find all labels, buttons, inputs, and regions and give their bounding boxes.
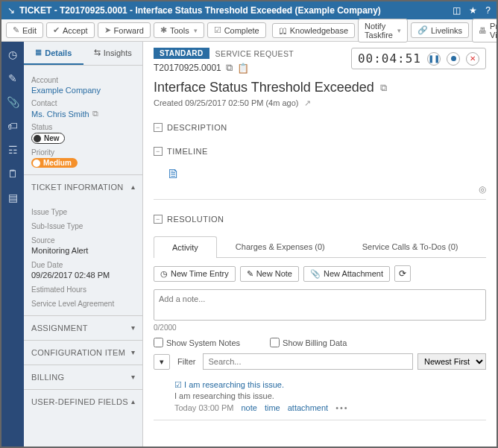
acc-billing[interactable]: BILLING▾ xyxy=(24,365,142,389)
collapse-icon[interactable]: − xyxy=(154,123,163,132)
copy-icon[interactable]: ⧉ xyxy=(92,109,98,119)
livelinks-button[interactable]: 🔗Livelinks xyxy=(411,22,469,38)
complete-button[interactable]: ☑Complete xyxy=(207,22,266,38)
new-attachment-button[interactable]: 📎New Attachment xyxy=(303,266,390,282)
ticket-title: Interface Status Threshold Exceeded ⧉ xyxy=(154,80,486,95)
priority-label: Priority xyxy=(31,148,135,157)
accordion: TICKET INFORMATION▴ Issue Type Sub-Issue… xyxy=(24,174,142,414)
check-icon: ✔ xyxy=(53,25,60,35)
show-system-notes[interactable]: Show System Notes xyxy=(154,338,240,347)
show-billing-data[interactable]: Show Billing Data xyxy=(270,338,347,347)
tab-activity[interactable]: Activity xyxy=(154,236,217,258)
priority-badge-medium[interactable]: Medium xyxy=(31,158,78,168)
collapse-icon[interactable]: − xyxy=(154,215,163,224)
knowledgebase-button[interactable]: 🕮Knowledgebase xyxy=(272,23,355,38)
stop-button[interactable]: ✕ xyxy=(466,52,479,66)
meta-attachment-link[interactable]: attachment xyxy=(288,403,328,412)
notify-label: Notify Taskfire xyxy=(365,22,393,40)
timeline-label: TIMELINE xyxy=(167,147,208,156)
account-value[interactable]: Example Company xyxy=(31,86,101,95)
priority-text: Medium xyxy=(43,159,72,167)
target-icon[interactable]: ◎ xyxy=(479,184,486,195)
new-time-label: New Time Entry xyxy=(171,269,229,278)
rail-billing-icon[interactable]: ☶ xyxy=(6,143,19,157)
chevron-down-icon: ▾ xyxy=(131,373,135,381)
billing-data-checkbox[interactable] xyxy=(270,338,280,347)
title-actions: ◫ ★ ? xyxy=(447,5,491,16)
sys-notes-label: Show System Notes xyxy=(166,338,240,347)
popout-icon[interactable]: ◫ xyxy=(453,5,461,16)
edit-button[interactable]: ✎Edit xyxy=(6,22,43,38)
external-link-icon[interactable]: ↗ xyxy=(304,98,311,107)
collapse-icon[interactable]: − xyxy=(154,147,163,156)
printview-button[interactable]: 🖶Print View xyxy=(472,19,498,42)
chevron-down-icon: ▾ xyxy=(397,27,401,34)
rail-clipboard-icon[interactable]: 🗒 xyxy=(6,167,19,180)
tab-insights[interactable]: ⇆Insights xyxy=(83,42,143,65)
chevron-down-icon: ▾ xyxy=(194,27,198,34)
pause-button[interactable]: ❚❚ xyxy=(427,52,441,66)
window-title: TICKET - T20170925.0001 - Interface Stat… xyxy=(19,5,447,16)
timer-value: 00:04:51 xyxy=(358,51,421,66)
filter-search-input[interactable] xyxy=(203,353,413,370)
accept-button[interactable]: ✔Accept xyxy=(46,22,95,38)
filter-label: Filter xyxy=(174,357,198,366)
new-attach-label: New Attachment xyxy=(324,269,383,278)
filter-button[interactable]: ▾ xyxy=(154,354,170,370)
tab-charges[interactable]: Charges & Expenses (0) xyxy=(217,236,344,257)
tools-label: Tools xyxy=(170,26,189,35)
copy-icon[interactable]: ⧉ xyxy=(380,82,387,94)
note-textarea[interactable] xyxy=(154,289,486,321)
tab-details-label: Details xyxy=(45,48,72,57)
acc-udf-label: USER-DEFINED FIELDS xyxy=(31,397,128,406)
clipboard-icon[interactable]: 📋 xyxy=(237,63,249,74)
acc-configuration-item[interactable]: CONFIGURATION ITEM▾ xyxy=(24,340,142,365)
rail-edit-icon[interactable]: ✎ xyxy=(6,72,19,85)
tools-button[interactable]: ✱Tools▾ xyxy=(154,22,204,38)
contact-value[interactable]: Ms. Chris Smith⧉ xyxy=(31,109,98,119)
tab-details[interactable]: ≣Details xyxy=(24,42,83,65)
rail-tag-icon[interactable]: 🏷 xyxy=(6,119,19,133)
meta-time-link[interactable]: time xyxy=(265,403,280,412)
acc-ticket-info-body: Issue Type Sub-Issue Type SourceMonitori… xyxy=(24,199,142,315)
rail-attachment-icon[interactable]: 📎 xyxy=(6,95,19,109)
side-panel: ≣Details ⇆Insights Account Example Compa… xyxy=(24,42,143,447)
section-description[interactable]: −DESCRIPTION xyxy=(154,123,486,132)
favorite-icon[interactable]: ★ xyxy=(469,5,477,16)
acc-user-defined[interactable]: USER-DEFINED FIELDS▴ xyxy=(24,389,142,414)
status-badge-new[interactable]: New xyxy=(31,133,65,144)
refresh-button[interactable]: ⟳ xyxy=(394,265,411,282)
ticket-number: T20170925.0001 xyxy=(154,63,221,73)
record-button[interactable] xyxy=(447,52,460,66)
contact-name: Ms. Chris Smith xyxy=(31,110,89,119)
sort-select[interactable]: Newest First xyxy=(417,353,486,370)
clock-icon: ◷ xyxy=(160,269,168,279)
chevron-down-icon: ▾ xyxy=(131,348,135,356)
section-resolution[interactable]: −RESOLUTION xyxy=(154,215,486,224)
more-actions-icon[interactable]: ••• xyxy=(335,403,349,412)
issue-type-label: Issue Type xyxy=(31,208,135,216)
acc-ticket-info[interactable]: TICKET INFORMATION▴ xyxy=(24,175,142,199)
activity-title[interactable]: ☑ I am researching this issue. xyxy=(174,380,486,390)
rail-note-icon[interactable]: ▤ xyxy=(6,191,19,204)
acc-assignment[interactable]: ASSIGNMENT▾ xyxy=(24,315,142,340)
section-timeline[interactable]: −TIMELINE xyxy=(154,147,486,156)
new-note-button[interactable]: ✎New Note xyxy=(240,266,299,282)
forward-button[interactable]: ➤Forward xyxy=(98,22,151,38)
notify-button[interactable]: Notify Taskfire▾ xyxy=(358,19,408,42)
activity-timestamp: Today 03:00 PM xyxy=(174,403,234,412)
acc-ti-label: TICKET INFORMATION xyxy=(31,183,124,192)
help-icon[interactable]: ? xyxy=(485,5,491,16)
details-body: Account Example Company Contact Ms. Chri… xyxy=(24,66,142,174)
rail-clock-icon[interactable]: ◷ xyxy=(6,48,19,61)
list-icon: ≣ xyxy=(35,48,42,57)
sys-notes-checkbox[interactable] xyxy=(154,338,163,347)
document-icon[interactable]: 🗎 xyxy=(167,166,180,182)
sub-issue-label: Sub-Issue Type xyxy=(31,222,135,230)
service-request-label: SERVICE REQUEST xyxy=(215,49,294,58)
copy-icon[interactable]: ⧉ xyxy=(226,62,233,74)
tab-service-calls[interactable]: Service Calls & To-Dos (0) xyxy=(344,236,477,257)
new-time-entry-button[interactable]: ◷New Time Entry xyxy=(154,266,236,282)
left-icon-rail: ◷ ✎ 📎 🏷 ☶ 🗒 ▤ xyxy=(1,42,24,447)
meta-note-link[interactable]: note xyxy=(242,403,257,412)
